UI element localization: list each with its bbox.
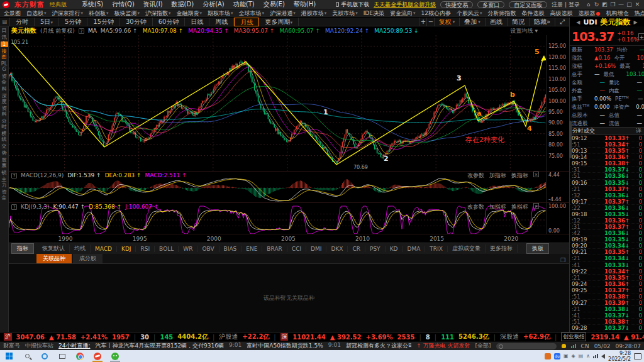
tool-简况[interactable]: 简况 xyxy=(507,18,529,26)
add-to-watchlist-button[interactable]: + xyxy=(638,33,644,40)
main-candle-chart[interactable]: 123ab45存在2种变化70.69105.21 125.00120.00115… xyxy=(9,35,569,171)
period-30分钟[interactable]: 30分钟 xyxy=(120,18,153,26)
nav-item[interactable]: 港股市场▾ xyxy=(301,9,327,18)
nav-item[interactable]: 期权市场▾ xyxy=(208,9,233,18)
next-symbol-button[interactable]: ▶ xyxy=(634,19,638,25)
tool-隐藏»[interactable]: 隐藏» xyxy=(529,18,555,26)
nav-item[interactable]: 沪深京排行▾ xyxy=(52,9,84,18)
left-rail-item[interactable]: 分时 xyxy=(1,118,8,129)
nav-item[interactable]: 沪深指数▾ xyxy=(145,9,171,18)
menu-item[interactable]: 功能(T) xyxy=(233,0,255,9)
nav-item[interactable]: 美股市场▾ xyxy=(332,9,358,18)
period-60分钟[interactable]: 60分钟 xyxy=(153,18,186,26)
indicator-tab-KD[interactable]: KD xyxy=(386,246,403,252)
indicator-tab-BRAR[interactable]: BRAR xyxy=(262,246,287,252)
menu-item[interactable]: 系统(S) xyxy=(82,0,103,9)
home-icon[interactable]: ⌂ xyxy=(584,1,592,8)
nav-item[interactable]: 热点追击 xyxy=(634,9,644,18)
quick-trade-button[interactable]: 快捷交易 xyxy=(440,1,473,8)
indicator-tab-TRIX[interactable]: TRIX xyxy=(425,246,448,252)
eastmoney-app-icon[interactable] xyxy=(91,350,104,362)
indicator-tab-虚拟成交量[interactable]: 虚拟成交量 xyxy=(448,244,486,253)
split-window-icon[interactable]: ❐ xyxy=(609,1,617,8)
nav-item[interactable]: 沪深港通▾ xyxy=(270,9,296,18)
help-icon[interactable]: ? xyxy=(11,204,17,210)
indicator-tab-RSI[interactable]: RSI xyxy=(136,246,155,252)
cortana-icon[interactable] xyxy=(38,350,52,362)
menu-item[interactable]: 资讯(I) xyxy=(143,0,163,9)
bell-icon[interactable] xyxy=(562,344,566,348)
period-分时[interactable]: 分时 xyxy=(10,18,35,26)
indicator-tab-CR[interactable]: CR xyxy=(348,246,365,252)
help-icon[interactable]: ? xyxy=(11,173,17,178)
nav-item[interactable]: 自选股▾ xyxy=(26,9,47,18)
hot-stock-link[interactable]: ↑ 万隆光电 火箭发射 xyxy=(416,342,470,350)
left-rail-item[interactable]: 讯 xyxy=(1,35,8,40)
left-rail-item[interactable]: 资金 xyxy=(1,74,8,85)
minimize-icon[interactable]: — xyxy=(617,1,625,8)
tray-icon[interactable]: ▣ xyxy=(564,353,569,359)
indicator-tab-更多指标[interactable]: 更多指标 xyxy=(486,244,518,253)
period-周线[interactable]: 周线 xyxy=(209,18,234,26)
baidu-netdisk-icon[interactable]: du xyxy=(554,353,560,359)
indicator-tab-KDJ[interactable]: KDJ xyxy=(117,246,136,252)
promo-link[interactable]: 天天基金手机版全新升级 xyxy=(374,1,436,9)
nav-item[interactable]: 板块监测▾ xyxy=(114,9,140,18)
refresh-icon[interactable]: ↻ xyxy=(592,1,601,8)
news-item[interactable]: 汽车丨神龙汽车4月实现开票8152辆，交付9316辆 xyxy=(95,342,224,350)
prev-symbol-button[interactable]: ◀ xyxy=(576,19,580,25)
indicator-tab-CCI[interactable]: CCI xyxy=(287,246,306,252)
indicator-tab-WR[interactable]: WR xyxy=(179,246,197,252)
panel-expand-icon[interactable]: ❒ xyxy=(560,257,565,263)
kdj-panel[interactable]: ? KDJ(9,3,3) K:90.447 ↑ D:85.368 ↑ J:100… xyxy=(9,202,569,234)
reset-default-link[interactable]: 恢复默认 xyxy=(38,244,70,253)
search-input[interactable] xyxy=(496,343,557,349)
ticker-tab-1[interactable]: 财富号 xyxy=(3,342,20,350)
live-label[interactable]: 24小时直播: xyxy=(58,342,90,350)
menu-item[interactable]: 交易(E) xyxy=(264,0,285,9)
left-rail-item[interactable]: 交 xyxy=(1,143,8,149)
nav-item[interactable]: IDE决策 xyxy=(364,9,384,18)
indicator-tab-DMA[interactable]: DMA xyxy=(402,246,425,252)
left-rail-item[interactable]: 资金 xyxy=(1,189,8,200)
scrollbar[interactable] xyxy=(569,121,572,158)
switch-indicator-link[interactable]: 换指标 xyxy=(511,172,528,180)
indicator-tab-first[interactable]: 指标 xyxy=(11,243,34,254)
period-15分钟[interactable]: 15分钟 xyxy=(87,18,120,26)
menu-item[interactable]: 帮助(H) xyxy=(294,0,316,9)
multi-window-button[interactable]: 多窗口 xyxy=(477,1,504,8)
macd-panel[interactable]: ? MACD(12,26,9) DIF:1.539 ↑ DEA:0.283 ↑ … xyxy=(9,171,569,202)
nav-item[interactable]: 全景图 xyxy=(4,9,21,18)
indicator-tab-BIAS[interactable]: BIAS xyxy=(219,246,242,252)
help-icon[interactable]: ? xyxy=(79,28,84,34)
volume-icon[interactable] xyxy=(601,354,605,359)
nav-item[interactable]: 资金流向▾ xyxy=(390,9,416,18)
search-icon[interactable] xyxy=(20,350,34,362)
left-rail-item[interactable]: 接图 xyxy=(1,48,8,60)
menu-item[interactable]: 分析(A) xyxy=(203,0,225,9)
left-rail-item[interactable]: 股票 xyxy=(1,157,8,168)
wechat-icon[interactable] xyxy=(108,350,122,362)
change-params-link[interactable]: 改参数 xyxy=(467,203,484,211)
close-icon[interactable]: ✕ xyxy=(633,1,641,8)
left-rail-item[interactable]: 1 xyxy=(1,41,8,47)
left-rail-item[interactable]: 料 xyxy=(1,86,8,92)
start-button[interactable] xyxy=(3,350,16,362)
left-rail-item[interactable]: 深度 xyxy=(1,93,8,104)
left-rail-item[interactable]: 主力 xyxy=(1,177,8,188)
add-indicator-link[interactable]: 加指标 xyxy=(489,203,506,211)
ma-settings-button[interactable]: 设置均线 ▾ xyxy=(511,27,567,35)
switch-indicator-link[interactable]: 换指标 xyxy=(511,203,528,211)
task-view-icon[interactable] xyxy=(55,350,69,362)
period-更多周期[interactable]: 更多周期▾ xyxy=(259,18,299,26)
ticker-tab-2[interactable]: 中报快车站 xyxy=(25,342,53,350)
nav-item[interactable]: 科创板▾ xyxy=(89,9,109,18)
left-rail-item[interactable]: 横线 xyxy=(1,131,8,142)
tray-icon[interactable]: ▤ xyxy=(579,353,584,359)
menu-item[interactable]: 行情(Q) xyxy=(112,0,135,9)
left-rail-item[interactable]: 锁 xyxy=(1,170,8,175)
tool-复权[interactable]: 复权▾ xyxy=(434,18,460,26)
nav-item[interactable]: 个股风云▾ xyxy=(457,9,482,18)
close-icon[interactable]: × xyxy=(533,203,539,209)
network-icon[interactable] xyxy=(593,354,598,358)
